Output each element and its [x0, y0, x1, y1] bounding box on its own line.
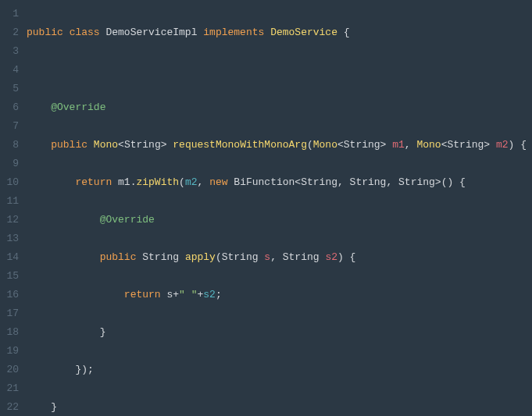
code-content[interactable]: public class DemoServiceImpl implements … — [22, 0, 532, 416]
code-line: }); — [27, 361, 532, 379]
code-line: return m1.zipWith(m2, new BiFunction<Str… — [27, 173, 532, 192]
line-number: 12 — [0, 211, 19, 229]
line-number: 5 — [0, 80, 19, 98]
code-line: public class DemoServiceImpl implements … — [27, 23, 532, 42]
line-number: 11 — [0, 192, 19, 211]
line-number: 22 — [0, 398, 19, 416]
line-number: 2 — [0, 23, 19, 42]
line-number: 10 — [0, 173, 19, 192]
code-line: public String apply(String s, String s2)… — [27, 248, 532, 267]
line-number-gutter: 1 2 3 4 5 6 7 8 9 10 11 12 13 14 15 16 1… — [0, 0, 22, 416]
line-number: 14 — [0, 248, 19, 267]
line-number: 15 — [0, 267, 19, 286]
code-line: public Mono<String> requestMonoWithMonoA… — [27, 136, 532, 155]
line-number: 7 — [0, 117, 19, 136]
line-number: 21 — [0, 379, 19, 398]
line-number: 3 — [0, 42, 19, 61]
code-line: } — [27, 323, 532, 342]
code-line: @Override — [27, 98, 532, 117]
line-number: 1 — [0, 5, 19, 23]
code-editor: 1 2 3 4 5 6 7 8 9 10 11 12 13 14 15 16 1… — [0, 0, 532, 416]
line-number: 13 — [0, 229, 19, 248]
line-number: 4 — [0, 61, 19, 80]
line-number: 20 — [0, 361, 19, 379]
code-line: return s+" "+s2; — [27, 286, 532, 304]
code-line: @Override — [27, 211, 532, 229]
line-number: 16 — [0, 286, 19, 304]
line-number: 6 — [0, 98, 19, 117]
line-number: 19 — [0, 342, 19, 361]
code-line: } — [27, 398, 532, 416]
line-number: 17 — [0, 304, 19, 323]
line-number: 8 — [0, 136, 19, 155]
code-line — [27, 61, 532, 80]
line-number: 9 — [0, 155, 19, 173]
line-number: 18 — [0, 323, 19, 342]
